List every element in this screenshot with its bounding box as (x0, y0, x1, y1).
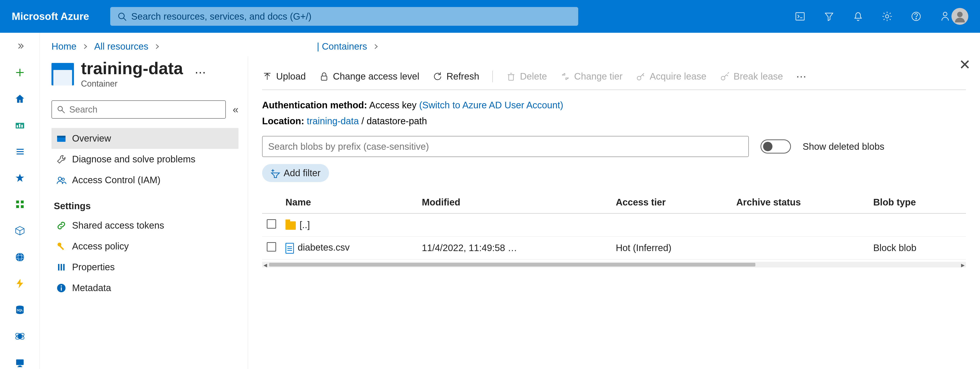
breadcrumb-containers[interactable]: | Containers (317, 41, 367, 52)
col-archive-status[interactable]: Archive status (732, 191, 869, 213)
refresh-button[interactable]: Refresh (433, 71, 479, 82)
resource-menu-search-input[interactable] (69, 105, 221, 115)
nav-overview[interactable]: Overview (51, 128, 239, 149)
wrench-icon (56, 154, 67, 164)
rail-expand-icon[interactable] (13, 40, 27, 52)
add-filter-button[interactable]: Add filter (262, 164, 329, 182)
account-avatar[interactable] (951, 8, 968, 25)
resource-menu-search[interactable] (51, 100, 226, 119)
svg-rect-55 (509, 75, 514, 80)
filter-icon[interactable] (823, 10, 835, 23)
svg-text:SQL: SQL (17, 309, 23, 312)
toolbar-more[interactable]: ⋯ (796, 70, 807, 83)
rail-dashboard-icon[interactable] (13, 119, 27, 132)
file-icon (285, 243, 294, 254)
svg-line-63 (727, 72, 729, 74)
nav-diagnose[interactable]: Diagnose and solve problems (51, 149, 239, 170)
svg-marker-19 (16, 174, 24, 182)
table-row[interactable]: diabetes.csv 11/4/2022, 11:49:58 … Hot (… (262, 237, 966, 259)
refresh-label: Refresh (447, 71, 479, 82)
row-modified (417, 213, 611, 237)
rail-favorites-icon[interactable] (13, 172, 27, 184)
svg-point-9 (957, 12, 963, 17)
settings-icon[interactable] (881, 10, 893, 23)
rail-list-icon[interactable] (13, 145, 27, 158)
toolbar: Upload Change access level Refresh Delet… (262, 61, 966, 90)
svg-rect-45 (59, 245, 64, 250)
page-actions-menu[interactable]: ⋯ (195, 66, 206, 79)
folder-icon (285, 221, 296, 230)
cloud-shell-icon[interactable] (794, 10, 807, 23)
location-container-link[interactable]: training-data (307, 116, 359, 126)
col-modified[interactable]: Modified (417, 191, 611, 213)
people-icon (56, 175, 67, 185)
notifications-icon[interactable] (852, 10, 864, 23)
breadcrumb-home[interactable]: Home (51, 41, 76, 52)
nav-sas[interactable]: Shared access tokens (51, 215, 239, 236)
nav-properties[interactable]: Properties (51, 257, 239, 277)
show-deleted-toggle[interactable] (760, 140, 791, 154)
main-panel: ✕ Upload Change access level Refresh (248, 56, 980, 369)
row-name[interactable]: [..] (299, 220, 310, 230)
location-sep: / (361, 116, 367, 126)
rail-sql-icon[interactable]: SQL (13, 304, 27, 317)
acquire-lease-label: Acquire lease (649, 71, 706, 82)
rail-home-icon[interactable] (13, 92, 27, 105)
toolbar-separator (492, 71, 493, 83)
svg-rect-46 (58, 264, 59, 270)
svg-rect-22 (16, 205, 19, 208)
global-search-input[interactable] (131, 11, 571, 22)
rail-monitor-icon[interactable] (13, 356, 27, 369)
col-access-tier[interactable]: Access tier (611, 191, 732, 213)
close-blade-button[interactable]: ✕ (959, 56, 970, 73)
feedback-icon[interactable] (939, 10, 951, 23)
switch-auth-link[interactable]: (Switch to Azure AD User Account) (419, 100, 563, 110)
chevron-right-icon (154, 43, 161, 50)
svg-line-39 (62, 110, 65, 113)
rail-cube-icon[interactable] (13, 224, 27, 237)
page-subtitle: Container (81, 79, 183, 89)
row-access-tier: Hot (Inferred) (611, 237, 732, 259)
scrollbar-thumb[interactable] (269, 263, 756, 267)
row-checkbox[interactable] (267, 242, 276, 251)
rail-allresources-icon[interactable] (13, 198, 27, 211)
svg-rect-41 (57, 136, 65, 138)
location-path: datastore-path (367, 116, 427, 126)
nav-metadata[interactable]: Metadata (51, 277, 239, 298)
nav-iam[interactable]: Access Control (IAM) (51, 170, 239, 191)
breadcrumb-all-resources[interactable]: All resources (94, 41, 148, 52)
upload-label: Upload (276, 71, 306, 82)
row-name[interactable]: diabetes.csv (298, 242, 350, 253)
table-row[interactable]: [..] (262, 213, 966, 237)
rail-function-icon[interactable] (13, 277, 27, 290)
row-checkbox[interactable] (267, 219, 276, 229)
rail-globe-icon[interactable] (13, 251, 27, 264)
row-blob-type (869, 213, 966, 237)
col-blob-type[interactable]: Blob type (869, 191, 966, 213)
svg-rect-13 (17, 125, 18, 127)
change-access-button[interactable]: Change access level (319, 71, 419, 82)
svg-point-38 (58, 107, 62, 111)
nav-access-policy[interactable]: Access policy (51, 236, 239, 257)
row-access-tier (611, 213, 732, 237)
svg-point-5 (886, 15, 889, 18)
auth-method-label: Authentication method: (262, 100, 367, 110)
nav-settings-header: Settings (51, 191, 239, 215)
svg-line-1 (124, 18, 126, 21)
rail-create-icon[interactable] (13, 66, 27, 79)
scroll-left-arrow[interactable]: ◀ (264, 262, 267, 268)
help-icon[interactable] (910, 10, 923, 23)
brand-logo[interactable]: Microsoft Azure (12, 11, 89, 22)
upload-button[interactable]: Upload (262, 71, 306, 82)
overview-icon (56, 134, 67, 144)
col-name[interactable]: Name (281, 191, 417, 213)
horizontal-scrollbar[interactable]: ◀ ▶ (262, 262, 966, 267)
scroll-right-arrow[interactable]: ▶ (961, 262, 964, 268)
blob-prefix-search[interactable] (262, 136, 749, 157)
rail-cosmos-icon[interactable] (13, 330, 27, 343)
global-search[interactable] (110, 7, 578, 26)
collapse-nav-icon[interactable]: « (233, 103, 239, 115)
key-icon (56, 241, 67, 251)
delete-button: Delete (506, 71, 547, 82)
add-filter-label: Add filter (283, 168, 321, 178)
